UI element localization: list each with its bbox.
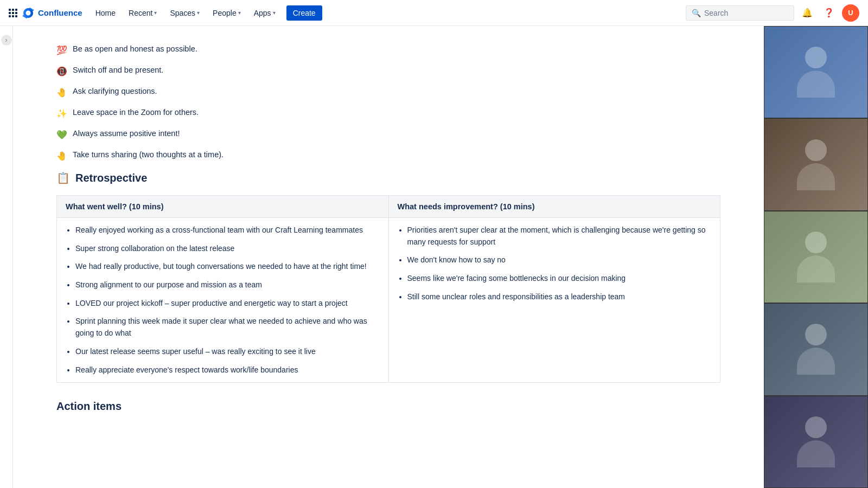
video-tile-5[interactable] (764, 396, 868, 488)
list-item: ✨ Leave space in the Zoom for others. (56, 107, 720, 120)
notifications-button[interactable]: 🔔 (799, 4, 816, 22)
confluence-icon (22, 7, 35, 20)
participant-video-4 (764, 304, 867, 395)
video-tile-4[interactable] (764, 303, 868, 395)
navbar: Confluence Home Recent ▾ Spaces ▾ People… (0, 0, 868, 26)
emoji-icon: 🤚 (56, 86, 67, 99)
participant-video-2 (764, 119, 867, 210)
retro-heading-text: Retrospective (75, 172, 147, 184)
emoji-icon: 🤚 (56, 150, 67, 163)
nav-apps[interactable]: Apps ▾ (250, 0, 280, 26)
video-tile-1[interactable] (764, 26, 868, 118)
sidebar-toggle[interactable]: › (0, 26, 13, 488)
nav-spaces[interactable]: Spaces ▾ (165, 0, 204, 26)
list-item: Priorities aren't super clear at the mom… (407, 224, 712, 248)
list-item: Really enjoyed working as a cross-functi… (75, 224, 380, 236)
list-item: Sprint planning this week made it super … (75, 316, 380, 339)
list-item: LOVED our project kickoff – super produc… (75, 298, 380, 310)
action-items-heading: Action items (56, 400, 720, 413)
list-item: We don't know how to say no (407, 254, 712, 266)
recent-chevron: ▾ (154, 10, 157, 16)
participant-video-3 (764, 211, 867, 303)
list-item: Really appreciate everyone's respect tow… (75, 364, 380, 376)
item-text: Be as open and honest as possible. (73, 43, 197, 55)
nav-recent[interactable]: Recent ▾ (124, 0, 161, 26)
list-item: 📵 Switch off and be present. (56, 65, 720, 78)
apps-grid-icon[interactable] (9, 9, 17, 17)
video-tile-3[interactable] (764, 211, 868, 303)
participant-video-5 (764, 396, 867, 487)
spaces-chevron: ▾ (197, 10, 200, 16)
emoji-icon: ✨ (56, 107, 67, 120)
list-item: Seems like we're facing some bottlenecks… (407, 273, 712, 285)
col2-cell: Priorities aren't super clear at the mom… (388, 218, 720, 383)
search-icon: 🔍 (692, 9, 701, 17)
apps-chevron: ▾ (273, 10, 276, 16)
col2-header: What needs improvement? (10 mins) (388, 196, 720, 218)
video-tile-2[interactable] (764, 118, 868, 210)
nav-right: 🔍 Search 🔔 ❓ U (686, 4, 859, 22)
went-well-list: Really enjoyed working as a cross-functi… (66, 224, 380, 376)
retrospective-table: What went well? (10 mins) What needs imp… (56, 195, 720, 383)
list-item: Strong alignment to our purpose and miss… (75, 279, 380, 291)
user-avatar[interactable]: U (842, 4, 859, 22)
search-box[interactable]: 🔍 Search (686, 5, 794, 21)
col1-header: What went well? (10 mins) (57, 196, 389, 218)
create-button[interactable]: Create (286, 5, 322, 21)
needs-improvement-list: Priorities aren't super clear at the mom… (398, 224, 712, 303)
retrospective-heading: 📋 Retrospective (56, 171, 720, 184)
people-chevron: ▾ (238, 10, 241, 16)
col1-cell: Really enjoyed working as a cross-functi… (57, 218, 389, 383)
collapse-arrow-icon[interactable]: › (1, 35, 12, 46)
retro-heading-emoji: 📋 (56, 171, 70, 184)
nav-home[interactable]: Home (91, 0, 120, 26)
search-label: Search (704, 9, 728, 17)
list-item: Super strong collaboration on the latest… (75, 243, 380, 255)
brand-logo[interactable]: Confluence (22, 7, 82, 20)
video-panel (764, 26, 868, 488)
list-item: 💚 Always assume positive intent! (56, 128, 720, 142)
item-text: Switch off and be present. (73, 65, 163, 76)
list-item: 💯 Be as open and honest as possible. (56, 43, 720, 57)
emoji-icon: 💯 (56, 44, 67, 57)
list-item: 🤚 Take turns sharing (two thoughts at a … (56, 149, 720, 163)
item-text: Leave space in the Zoom for others. (73, 107, 199, 119)
list-item: We had really productive, but tough conv… (75, 261, 380, 273)
item-text: Ask clarifying questions. (73, 86, 157, 98)
ground-rules-list: 💯 Be as open and honest as possible. 📵 S… (56, 43, 720, 163)
item-text: Always assume positive intent! (73, 128, 180, 140)
nav-people[interactable]: People ▾ (208, 0, 245, 26)
content-area: 💯 Be as open and honest as possible. 📵 S… (13, 26, 764, 488)
brand-name: Confluence (38, 8, 82, 17)
item-text: Take turns sharing (two thoughts at a ti… (73, 149, 224, 161)
list-item: Our latest release seems super useful – … (75, 346, 380, 358)
emoji-icon: 📵 (56, 65, 67, 78)
list-item: Still some unclear roles and responsibil… (407, 291, 712, 303)
list-item: 🤚 Ask clarifying questions. (56, 86, 720, 99)
main-layout: › 💯 Be as open and honest as possible. 📵… (0, 26, 868, 488)
emoji-icon: 💚 (56, 129, 67, 142)
help-button[interactable]: ❓ (820, 4, 838, 22)
participant-video-1 (764, 27, 867, 118)
